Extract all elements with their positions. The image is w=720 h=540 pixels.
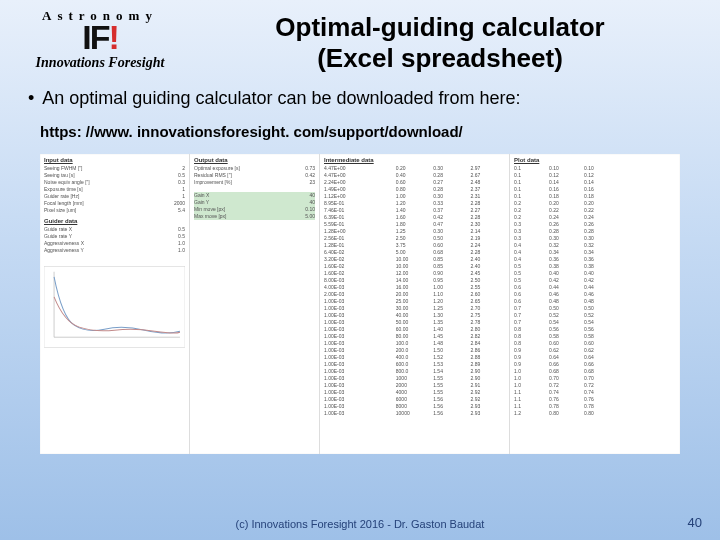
- sheet-cell: 80.00: [396, 333, 430, 340]
- sheet-row: Exposure time [s]1: [44, 186, 185, 193]
- sheet-cell: 2.78: [471, 319, 505, 326]
- sheet-cell: 0.72: [584, 382, 616, 389]
- sheet-cell: 2.80: [471, 326, 505, 333]
- sheet-cell: 0.10: [549, 165, 581, 172]
- sheet-cell: 0.24: [584, 214, 616, 221]
- sheet-cell: 1.00E-03: [324, 319, 393, 326]
- sheet-cell: 0.60: [433, 242, 467, 249]
- sheet-cell: 2.28: [471, 200, 505, 207]
- sheet-row: Aggressiveness Y1.0: [44, 247, 185, 254]
- sheet-cell: 0.36: [584, 256, 616, 263]
- sheet-cell: 2.55: [471, 284, 505, 291]
- sheet-cell: 0.20: [549, 200, 581, 207]
- sheet-cell: 0.28: [584, 228, 616, 235]
- sheet-cell: 1.55: [433, 389, 467, 396]
- sheet-cell: 0.37: [433, 207, 467, 214]
- sheet-cell: 0.68: [433, 249, 467, 256]
- sheet-cell: 2.37: [471, 186, 505, 193]
- sheet-cell: 0.95: [433, 277, 467, 284]
- sheet-cell: 0.42: [584, 277, 616, 284]
- sheet-cell: 6000: [396, 396, 430, 403]
- sheet-cell: 0.78: [549, 403, 581, 410]
- sheet-cell: 0.28: [549, 228, 581, 235]
- sheet-cell: 0.18: [584, 193, 616, 200]
- sheet-cell: 8.00E-03: [324, 277, 393, 284]
- sheet-cell: 1.00E-03: [324, 403, 393, 410]
- sheet-row: Gain Y40: [194, 199, 315, 206]
- sheet-cell: 0.5: [514, 277, 546, 284]
- footer-copyright: (c) Innovations Foresight 2016 - Dr. Gas…: [0, 518, 720, 530]
- sheet-cell: 2.40: [471, 263, 505, 270]
- sheet-cell: 0.6: [514, 284, 546, 291]
- sheet-col1-header: Input data: [44, 157, 185, 163]
- page-number: 40: [688, 515, 702, 530]
- sheet-cell: 0.27: [433, 179, 467, 186]
- sheet-cell: 0.26: [584, 221, 616, 228]
- sheet-cell: 1.28E-01: [324, 242, 393, 249]
- sheet-cell: 1.52: [433, 354, 467, 361]
- sheet-cell: 1.00E-03: [324, 326, 393, 333]
- sheet-cell: 0.62: [584, 347, 616, 354]
- sheet-cell: 1.49E+00: [324, 186, 393, 193]
- sheet-cell: 0.8: [514, 333, 546, 340]
- sheet-cell: 1.54: [433, 368, 467, 375]
- sheet-cell: 1.00E-03: [324, 389, 393, 396]
- sheet-cell: 1.48: [433, 340, 467, 347]
- sheet-cell: 1.56: [433, 403, 467, 410]
- sheet-cell: 0.8: [514, 326, 546, 333]
- sheet-row: Guider rate [Hz]1: [44, 193, 185, 200]
- sheet-cell: 8.95E-01: [324, 200, 393, 207]
- sheet-cell: 0.50: [433, 235, 467, 242]
- sheet-cell: 2.67: [471, 172, 505, 179]
- sheet-cell: 0.1: [514, 172, 546, 179]
- sheet-cell: 0.52: [549, 312, 581, 319]
- sheet-cell: 2.28: [471, 249, 505, 256]
- sheet-cell: 0.3: [514, 221, 546, 228]
- sheet-cell: 0.9: [514, 354, 546, 361]
- sheet-cell: 0.40: [396, 172, 430, 179]
- sheet-cell: 2.65: [471, 298, 505, 305]
- sheet-cell: 0.74: [584, 389, 616, 396]
- sheet-cell: 0.30: [433, 165, 467, 172]
- logo-mark: IF!: [20, 22, 180, 53]
- sheet-cell: 0.70: [549, 375, 581, 382]
- sheet-cell: 0.54: [584, 319, 616, 326]
- sheet-cell: 0.26: [549, 221, 581, 228]
- sheet-cell: 1.25: [396, 228, 430, 235]
- sheet-cell: 5.59E-01: [324, 221, 393, 228]
- sheet-col1b-header: Guider data: [44, 218, 185, 224]
- sheet-cell: 1.0: [514, 382, 546, 389]
- sheet-cell: 0.12: [584, 172, 616, 179]
- sheet-cell: 0.9: [514, 347, 546, 354]
- sheet-cell: 0.68: [549, 368, 581, 375]
- sheet-cell: 0.44: [549, 284, 581, 291]
- sheet-cell: 1.20: [396, 200, 430, 207]
- sheet-cell: 1.55: [433, 382, 467, 389]
- sheet-cell: 2.28: [471, 214, 505, 221]
- sheet-cell: 0.7: [514, 319, 546, 326]
- sheet-row: Guide rate Y0.5: [44, 233, 185, 240]
- sheet-cell: 0.28: [433, 186, 467, 193]
- sheet-cell: 0.66: [549, 361, 581, 368]
- sheet-cell: 12.00: [396, 270, 430, 277]
- sheet-cell: 2.30: [471, 221, 505, 228]
- sheet-cell: 0.6: [514, 291, 546, 298]
- sheet-cell: 0.1: [514, 165, 546, 172]
- sheet-cell: 0.14: [584, 179, 616, 186]
- sheet-cell: 0.4: [514, 249, 546, 256]
- sheet-cell: 1.00E-03: [324, 340, 393, 347]
- sheet-cell: 1.30: [433, 312, 467, 319]
- sheet-cell: 1.10: [433, 291, 467, 298]
- sheet-cell: 0.36: [549, 256, 581, 263]
- sheet-cell: 0.48: [549, 298, 581, 305]
- sheet-cell: 0.30: [584, 235, 616, 242]
- sheet-cell: 1.00E-03: [324, 382, 393, 389]
- sheet-cell: 1.00: [433, 284, 467, 291]
- sheet-cell: 2.92: [471, 389, 505, 396]
- sheet-cell: 0.32: [549, 242, 581, 249]
- sheet-cell: 0.30: [549, 235, 581, 242]
- sheet-cell: 0.3: [514, 228, 546, 235]
- sheet-cell: 2.70: [471, 305, 505, 312]
- sheet-cell: 0.40: [549, 270, 581, 277]
- sheet-cell: 1000: [396, 375, 430, 382]
